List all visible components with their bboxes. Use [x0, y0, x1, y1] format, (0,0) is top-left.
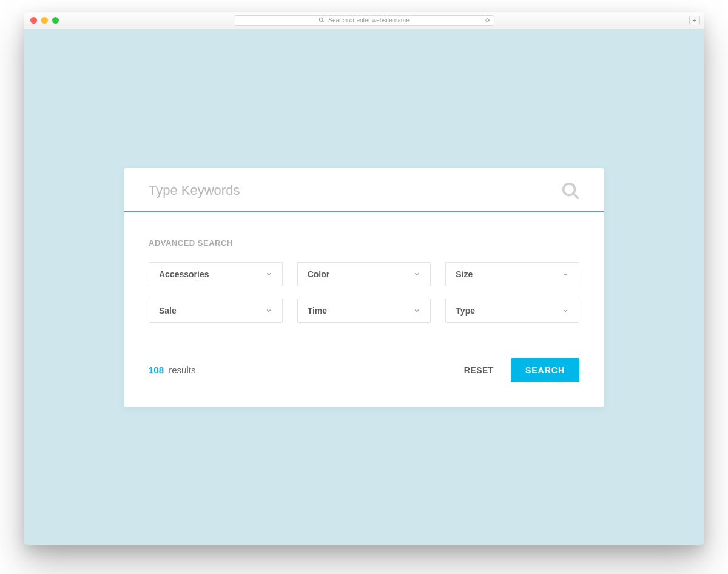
search-icon[interactable] [561, 181, 579, 200]
results-number: 108 [149, 365, 164, 375]
dropdown-label: Type [456, 306, 475, 316]
window-controls [30, 17, 59, 24]
chevron-down-icon [562, 271, 569, 278]
search-panel: ADVANCED SEARCH Accessories Color [124, 168, 604, 407]
minimize-window-button[interactable] [41, 17, 48, 24]
chevron-down-icon [265, 271, 272, 278]
dropdown-label: Size [456, 269, 473, 279]
search-button[interactable]: SEARCH [511, 358, 579, 382]
filter-time[interactable]: Time [297, 299, 431, 323]
search-icon [318, 17, 325, 24]
filter-color[interactable]: Color [297, 262, 431, 286]
filter-accessories[interactable]: Accessories [149, 262, 283, 286]
action-buttons: RESET SEARCH [464, 358, 579, 382]
maximize-window-button[interactable] [52, 17, 59, 24]
address-bar-placeholder: Search or enter website name [328, 17, 409, 24]
panel-footer: 108 results RESET SEARCH [149, 358, 579, 382]
page-viewport: ADVANCED SEARCH Accessories Color [24, 29, 704, 545]
search-bar [124, 168, 604, 212]
close-window-button[interactable] [30, 17, 37, 24]
chevron-down-icon [562, 307, 569, 314]
chevron-down-icon [413, 307, 420, 314]
filter-type[interactable]: Type [445, 299, 579, 323]
dropdown-label: Accessories [159, 269, 209, 279]
dropdown-label: Sale [159, 306, 177, 316]
browser-title-bar: Search or enter website name ⟳ + [24, 12, 704, 29]
results-count: 108 results [149, 365, 195, 375]
keyword-input[interactable] [149, 183, 554, 198]
refresh-icon[interactable]: ⟳ [485, 17, 490, 24]
svg-line-3 [573, 194, 578, 198]
results-label: results [169, 365, 195, 375]
reset-button[interactable]: RESET [464, 365, 494, 375]
filter-grid: Accessories Color Size [149, 262, 579, 323]
advanced-search-section: ADVANCED SEARCH Accessories Color [124, 212, 604, 407]
filter-sale[interactable]: Sale [149, 299, 283, 323]
dropdown-label: Time [308, 306, 327, 316]
section-title: ADVANCED SEARCH [149, 238, 579, 248]
svg-line-1 [323, 21, 325, 22]
chevron-down-icon [413, 271, 420, 278]
browser-window: Search or enter website name ⟳ + ADVANCE… [24, 12, 704, 545]
svg-point-0 [320, 18, 323, 21]
filter-size[interactable]: Size [445, 262, 579, 286]
browser-address-bar[interactable]: Search or enter website name ⟳ [234, 15, 494, 26]
dropdown-label: Color [308, 269, 330, 279]
new-tab-button[interactable]: + [689, 16, 700, 25]
chevron-down-icon [265, 307, 272, 314]
